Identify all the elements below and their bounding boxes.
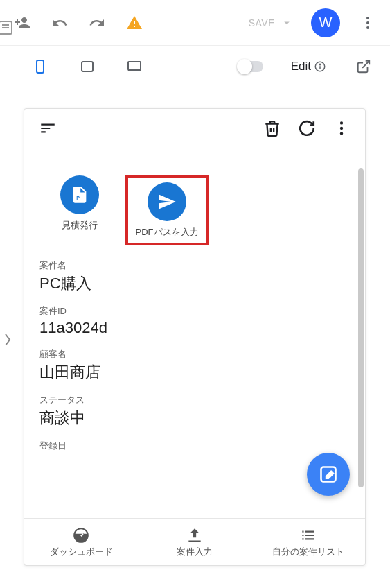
field-label: 案件ID (39, 305, 348, 318)
compose-fab[interactable] (307, 453, 350, 496)
field-label: 案件名 (39, 259, 348, 272)
field-value: 商談中 (39, 408, 348, 429)
action-estimate[interactable]: P 見積発行 (46, 175, 113, 245)
field-label: 登録日 (39, 440, 348, 452)
preview-stage: P 見積発行 PDFパスを入力 案件名 PC購入 案件ID (14, 87, 390, 588)
delete-button[interactable] (261, 117, 283, 139)
dashboard-icon (72, 526, 90, 544)
field-row: 案件名 PC購入 (39, 259, 348, 294)
field-value: 山田商店 (39, 362, 348, 383)
action-label: PDFパスを入力 (136, 227, 199, 239)
add-user-button[interactable] (12, 13, 32, 33)
edit-toggle[interactable] (238, 61, 263, 72)
nav-label: 案件入力 (177, 546, 213, 558)
action-buttons: P 見積発行 PDFパスを入力 (46, 175, 348, 245)
nav-label: 自分の案件リスト (272, 546, 344, 558)
paper-plane-icon (148, 182, 186, 221)
edit-label-group: Edit (291, 60, 326, 74)
avatar-letter: W (319, 15, 333, 31)
warning-icon[interactable] (125, 13, 144, 33)
tablet-view-button[interactable] (78, 57, 97, 76)
svg-point-12 (319, 64, 321, 65)
svg-point-14 (340, 121, 343, 124)
field-row: ステータス 商談中 (39, 394, 348, 429)
svg-line-13 (362, 60, 369, 67)
action-pdf-pass[interactable]: PDFパスを入力 (125, 175, 209, 245)
scrollbar[interactable] (358, 168, 364, 487)
save-button[interactable]: SAVE (249, 17, 293, 29)
field-row: 登録日 (39, 440, 348, 452)
desktop-view-button[interactable] (125, 57, 144, 76)
field-value: PC購入 (39, 273, 348, 294)
topbar: SAVE W (0, 0, 390, 46)
undo-button[interactable] (50, 13, 69, 33)
nav-input[interactable]: 案件入力 (138, 519, 251, 565)
svg-rect-7 (82, 62, 93, 71)
svg-point-15 (340, 127, 343, 130)
card-header (24, 109, 365, 148)
card-more-button[interactable] (330, 117, 353, 139)
field-label: 顧客名 (39, 348, 348, 361)
nav-mylist[interactable]: 自分の案件リスト (251, 519, 365, 565)
action-label: 見積発行 (62, 220, 98, 232)
field-label: ステータス (39, 394, 348, 406)
scroll-area[interactable]: P 見積発行 PDFパスを入力 案件名 PC購入 案件ID (24, 148, 357, 517)
redo-button[interactable] (87, 13, 107, 33)
form-edge-icon (0, 19, 14, 39)
svg-point-4 (366, 21, 369, 24)
bottom-nav: ダッシュボード 案件入力 自分の案件リスト (24, 518, 365, 565)
sort-icon[interactable] (37, 117, 59, 139)
field-value: 11a3024d (39, 319, 348, 337)
open-external-button[interactable] (354, 57, 373, 76)
field-row: 案件ID 11a3024d (39, 305, 348, 337)
svg-rect-6 (37, 60, 44, 73)
svg-point-16 (340, 132, 343, 135)
collapse-handle[interactable] (3, 333, 12, 349)
save-label: SAVE (249, 17, 275, 28)
upload-icon (186, 526, 204, 544)
svg-rect-8 (128, 62, 141, 70)
refresh-button[interactable] (296, 117, 318, 139)
phone-view-button[interactable] (30, 57, 50, 76)
phone-preview: P 見積発行 PDFパスを入力 案件名 PC購入 案件ID (24, 108, 366, 566)
device-bar: Edit (14, 46, 390, 87)
nav-label: ダッシュボード (50, 546, 113, 558)
nav-dashboard[interactable]: ダッシュボード (24, 519, 138, 565)
svg-text:P: P (76, 196, 80, 200)
more-menu-button[interactable] (358, 13, 378, 33)
svg-point-3 (366, 17, 369, 19)
file-pdf-icon: P (60, 175, 99, 214)
field-row: 顧客名 山田商店 (39, 348, 348, 383)
edit-label: Edit (291, 60, 311, 74)
svg-point-5 (366, 26, 369, 29)
avatar[interactable]: W (311, 8, 340, 37)
list-icon (299, 526, 317, 544)
info-icon (314, 60, 326, 73)
fields: 案件名 PC購入 案件ID 11a3024d 顧客名 山田商店 ステータス 商談… (39, 259, 348, 452)
